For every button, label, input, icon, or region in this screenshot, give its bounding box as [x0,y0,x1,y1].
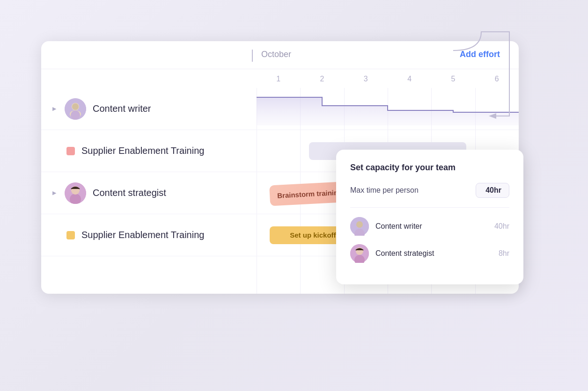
max-time-label: Max time per person [350,186,419,195]
col-1: 1 [257,75,300,83]
popup-avatar-content-strategist [350,244,369,263]
col-5: 5 [431,75,475,83]
gantt-header: October Add effort [41,41,519,69]
row-label-content-strategist: Content strategist [93,188,166,198]
kickoff-bar-label: Set up kickoff [290,231,336,239]
row-left-supplier-2: Supplier Enablement Training [41,230,257,240]
expand-icon-content-writer[interactable]: ▶ [51,105,58,113]
col-2: 2 [300,75,344,83]
popup-person-time-writer: 40hr [494,222,509,231]
row-left-supplier-1: Supplier Enablement Training [41,145,257,156]
burndown-chart [257,88,519,125]
popup-person-name-writer: Content writer [375,222,494,231]
svg-point-4 [71,110,80,120]
col-3: 3 [344,75,388,83]
month-divider [252,50,253,62]
col-6: 6 [475,75,519,83]
popup-person-content-writer: Content writer 40hr [350,217,509,236]
popup-title: Set capacity for your team [350,163,509,173]
col-4: 4 [388,75,431,83]
row-label-supplier-2: Supplier Enablement Training [81,230,204,240]
svg-point-3 [72,103,79,110]
row-left-content-writer: ▶ Content writer [41,98,257,120]
max-time-input[interactable]: 40hr [476,183,509,198]
expand-icon-content-strategist[interactable]: ▶ [51,189,58,197]
popup-person-content-strategist: Content strategist 8hr [350,244,509,263]
svg-point-10 [356,221,363,228]
column-numbers: 1 2 3 4 5 6 [257,70,519,88]
month-label: October [261,50,291,59]
row-label-content-writer: Content writer [93,103,151,114]
add-effort-button[interactable]: Add effort [460,50,500,59]
scene: October Add effort 1 2 3 4 5 6 ▶ [27,27,561,364]
capacity-popup: Set capacity for your team Max time per … [336,150,523,284]
max-time-row: Max time per person 40hr [350,183,509,198]
popup-avatar-content-writer [350,217,369,236]
row-label-supplier-1: Supplier Enablement Training [81,145,204,156]
row-left-content-strategist: ▶ Content strategist [41,182,257,204]
row-content-writer: ▶ Content writer [41,88,519,130]
avatar-content-writer [65,98,86,120]
gantt-card: October Add effort 1 2 3 4 5 6 ▶ [41,41,519,294]
avatar-content-strategist [65,182,86,204]
popup-divider [350,207,509,208]
task-icon-supplier-2 [66,231,75,239]
task-icon-supplier-1 [66,147,75,155]
popup-person-time-strategist: 8hr [499,249,509,258]
popup-person-name-strategist: Content strategist [375,249,499,258]
burndown-content-writer [257,88,519,130]
